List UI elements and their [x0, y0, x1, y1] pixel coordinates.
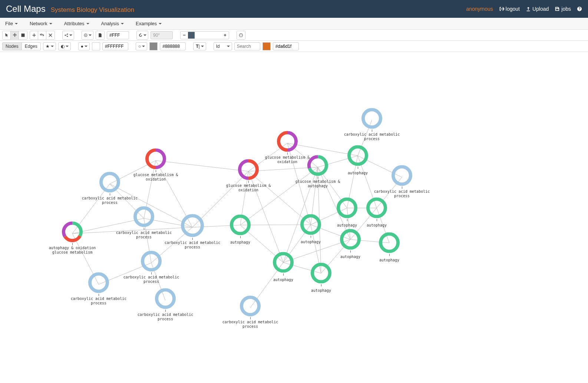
image-icon	[21, 33, 25, 37]
upload-link[interactable]: Upload	[526, 6, 549, 12]
caret-icon	[89, 34, 92, 36]
node-ring-icon	[277, 131, 298, 152]
node-ring-icon	[181, 214, 204, 237]
menu-examples-label: Examples	[136, 21, 157, 26]
rotate-input[interactable]	[151, 31, 173, 39]
fill-swatch[interactable]	[92, 42, 100, 50]
jobs-icon	[555, 6, 560, 11]
stroke-color-input[interactable]	[160, 42, 186, 50]
highlight-swatch[interactable]	[262, 42, 271, 50]
svg-point-10	[101, 174, 119, 191]
opacity-select[interactable]: ◐	[58, 42, 71, 50]
svg-point-14	[183, 216, 202, 235]
search-input[interactable]	[234, 42, 260, 50]
style-toolbar: Nodes Edges ★ ◐ ● ○ T| Id	[0, 41, 588, 52]
zoom-slider[interactable]: − +	[180, 31, 229, 39]
node-ring-icon	[155, 288, 176, 309]
node-label: carboxylic acid metabolic process	[67, 297, 130, 305]
search-attr-label: Id	[216, 44, 220, 49]
element-tabs: Nodes Edges	[2, 42, 41, 50]
network-node[interactable]: autophagy	[345, 198, 408, 228]
main-toolbar: − + ?	[0, 30, 588, 41]
stroke-swatch[interactable]	[149, 42, 158, 50]
svg-point-17	[342, 231, 359, 248]
label-select[interactable]: T|	[193, 42, 206, 50]
network-node[interactable]: autophagy	[209, 215, 272, 245]
delete-button[interactable]	[46, 31, 54, 39]
network-node[interactable]: carboxylic acid metabolic process	[67, 272, 130, 306]
svg-text:?: ?	[240, 34, 242, 36]
slider-track[interactable]	[188, 32, 221, 39]
tab-nodes[interactable]: Nodes	[2, 42, 22, 50]
move-icon	[13, 33, 17, 37]
zoom-out-button[interactable]: −	[181, 32, 188, 38]
network-node[interactable]: carboxylic acid metabolic process	[340, 108, 403, 141]
export-group	[96, 31, 105, 40]
slider-handle[interactable]	[188, 32, 195, 39]
svg-point-18	[381, 234, 398, 251]
node-tick	[165, 310, 166, 312]
network-node[interactable]: autophagy	[290, 263, 353, 293]
link-tool[interactable]	[38, 31, 46, 39]
network-node[interactable]: carboxylic acid metabolic process	[219, 295, 282, 329]
fit-button[interactable]	[82, 31, 93, 39]
svg-point-2	[67, 36, 68, 37]
svg-point-9	[393, 167, 411, 184]
fill-color-input[interactable]	[102, 42, 128, 50]
node-tick	[311, 236, 311, 238]
share-group	[62, 31, 74, 40]
highlight-color-input[interactable]	[273, 42, 299, 50]
app-brand: Cell Maps	[6, 4, 46, 14]
stroke-select[interactable]: ○	[136, 42, 147, 50]
export-button[interactable]	[96, 31, 104, 39]
menu-file[interactable]: File	[3, 19, 20, 28]
rotate-icon	[138, 33, 143, 37]
node-tick	[358, 167, 358, 169]
toolbar-help-button[interactable]: ?	[237, 31, 245, 39]
network-node[interactable]: autophagy	[358, 232, 421, 263]
node-tick	[350, 251, 351, 253]
node-label: autophagy	[290, 288, 353, 293]
upload-label: Upload	[532, 6, 549, 12]
image-tool[interactable]	[19, 31, 27, 39]
search-attr-select[interactable]: Id	[214, 42, 232, 50]
logout-link[interactable]: logout	[499, 6, 520, 12]
move-tool[interactable]	[11, 31, 19, 39]
network-node[interactable]: carboxylic acid metabolic process	[78, 172, 141, 205]
zoom-in-button[interactable]: +	[221, 32, 229, 38]
fill-select[interactable]: ●	[78, 42, 90, 50]
rotate-button[interactable]	[137, 31, 148, 39]
menu-attributes[interactable]: Attributes	[62, 19, 92, 28]
node-ring-icon	[307, 155, 328, 176]
menu-attributes-label: Attributes	[64, 21, 85, 26]
help-link[interactable]	[577, 6, 582, 11]
pointer-tool[interactable]	[3, 31, 11, 39]
caret-icon	[201, 46, 204, 47]
caret-icon	[49, 23, 52, 24]
network-node[interactable]: carboxylic acid metabolic process	[134, 288, 197, 321]
node-label: carboxylic acid metabolic process	[340, 132, 403, 141]
network-node[interactable]: carboxylic acid metabolic process	[370, 165, 433, 198]
menu-analysis[interactable]: Analysis	[99, 19, 126, 28]
node-tick	[402, 186, 402, 189]
network-node[interactable]: glucose metabolism & autophagy	[286, 155, 349, 188]
fit-group	[82, 31, 93, 40]
node-label: glucose metabolism & autophagy	[286, 179, 349, 188]
tab-edges[interactable]: Edges	[22, 42, 41, 50]
jobs-link[interactable]: jobs	[555, 6, 571, 12]
logout-label: logout	[506, 6, 520, 12]
network-node[interactable]: glucose metabolism & oxidation	[217, 159, 280, 192]
network-node[interactable]: autophagy & oxidation glucose metabolism	[41, 221, 104, 255]
menu-bar: File Network Attributes Analysis Example…	[0, 18, 588, 30]
add-node-button[interactable]	[30, 31, 38, 39]
network-canvas[interactable]: carboxylic acid metabolic processglucose…	[0, 52, 588, 383]
bg-color-input[interactable]	[107, 31, 129, 39]
menu-examples[interactable]: Examples	[133, 19, 164, 28]
svg-point-12	[368, 199, 386, 217]
shape-select[interactable]: ★	[43, 42, 56, 50]
menu-network[interactable]: Network	[27, 19, 54, 28]
node-label: carboxylic acid metabolic process	[78, 196, 141, 205]
x-icon	[48, 33, 53, 37]
node-ring-icon	[300, 214, 321, 235]
share-button[interactable]	[63, 31, 74, 39]
